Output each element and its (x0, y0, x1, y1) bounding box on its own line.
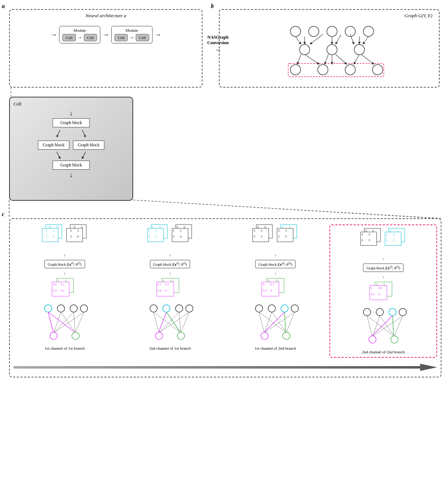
cell-2a: Cell (115, 34, 128, 41)
svg-line-62 (181, 312, 189, 332)
module-2-label: Module (115, 28, 149, 32)
section-b: Graph G(V, E) (219, 9, 440, 88)
svg-point-82 (399, 308, 406, 316)
input-matrix-group-2: 11 11 11 11 0.0 00 (147, 224, 193, 250)
graph-block-left: Graph block (38, 141, 69, 150)
svg-point-37 (45, 305, 52, 312)
node-graph-2 (146, 303, 194, 343)
section-c: 0.0 00 11 11 0.0 00 (9, 218, 441, 377)
graph-block-right: Graph block (73, 141, 104, 150)
svg-line-19 (363, 37, 368, 44)
svg-line-35 (133, 200, 434, 218)
output-arrow: → (155, 31, 161, 39)
progress-arrow (13, 363, 437, 371)
svg-point-79 (363, 308, 371, 316)
output-matrix-4: 0.0 01 00.8 0.2-0 (370, 282, 397, 304)
graph-block-top: Graph block (53, 118, 90, 127)
svg-line-46 (61, 312, 75, 332)
svg-line-30 (82, 130, 86, 137)
svg-point-52 (163, 305, 170, 312)
svg-point-80 (376, 308, 383, 316)
svg-point-39 (70, 305, 77, 312)
svg-point-0 (290, 26, 301, 37)
graph-svg: ... (223, 20, 434, 82)
svg-point-42 (72, 332, 79, 339)
module-2: Module Cell → Cell (111, 26, 152, 43)
svg-line-89 (380, 316, 394, 336)
svg-point-54 (186, 305, 193, 312)
svg-line-47 (74, 312, 75, 332)
svg-line-32 (82, 151, 86, 159)
channel-col-3: 0.0 00 00 00 11 11 (224, 224, 327, 358)
module-1-label: Module (62, 28, 97, 32)
svg-point-41 (50, 332, 57, 339)
channel-label-4: 2nd channel of 2nd branch (362, 350, 405, 354)
channel-col-1: 0.0 00 11 11 0.0 00 (13, 224, 116, 358)
svg-point-9 (318, 65, 328, 75)
arch-diagram: → Module Cell → Cell → Module Cell → Cel… (13, 26, 199, 43)
svg-point-3 (345, 26, 355, 37)
svg-line-90 (394, 316, 403, 336)
svg-line-26 (354, 54, 359, 64)
svg-point-6 (327, 45, 337, 55)
svg-point-4 (363, 26, 374, 37)
svg-line-94 (133, 200, 441, 218)
svg-point-84 (391, 336, 398, 343)
svg-line-59 (160, 312, 189, 332)
section-b-label: b (211, 3, 214, 9)
cell-diagram-title: Cell (13, 101, 129, 107)
graph-block-formula-4: Graph block f(x(l); θ(l)) (363, 264, 403, 272)
node-graph-3 (252, 303, 299, 343)
graph-gve-title: Graph G(V, E) (223, 13, 436, 19)
svg-line-72 (265, 312, 272, 332)
svg-line-75 (272, 312, 286, 332)
svg-point-56 (177, 332, 185, 339)
svg-point-68 (291, 305, 298, 312)
svg-line-16 (336, 34, 341, 44)
svg-line-31 (57, 151, 60, 159)
svg-point-81 (389, 308, 396, 316)
svg-line-20 (296, 37, 301, 44)
svg-point-65 (255, 305, 263, 312)
svg-point-1 (309, 26, 319, 37)
svg-line-61 (179, 312, 181, 332)
svg-point-10 (345, 65, 355, 75)
graph-block-formula-1: Graph block f(x(l); θ(l)) (45, 260, 85, 268)
svg-line-64 (166, 312, 180, 332)
section-a: Neural architecture a → Module Cell → Ce… (9, 9, 202, 88)
svg-point-67 (281, 305, 288, 312)
input-arrow: → (50, 31, 57, 39)
svg-point-53 (175, 305, 183, 312)
module-1: Module Cell → Cell (59, 26, 100, 43)
input-matrix-group-1: 0.0 00 11 11 0.0 00 (42, 224, 88, 250)
svg-line-78 (285, 312, 286, 332)
svg-line-71 (259, 312, 264, 332)
svg-line-43 (54, 312, 61, 332)
svg-line-25 (336, 54, 347, 64)
svg-line-92 (393, 316, 394, 336)
node-graph-1 (41, 303, 88, 343)
channel-col-4: 0.0 00 00 00 11 11 (329, 224, 437, 358)
svg-line-48 (76, 312, 84, 332)
svg-line-23 (325, 54, 328, 64)
channel-col-2: 11 11 11 11 0.0 00 (119, 224, 221, 358)
channel-label-2: 2nd channel of 1st branch (149, 346, 191, 350)
output-matrix-3: 0.0.1 0.20 00.1 0.2-0 (262, 278, 289, 300)
svg-line-21 (297, 54, 301, 64)
svg-point-69 (261, 332, 268, 339)
svg-point-11 (372, 65, 383, 75)
graph-block-formula-3: Graph block f(x(l); θ(l)) (255, 260, 296, 268)
svg-text:...: ... (299, 75, 303, 81)
neural-arch-title: Neural architecture a (13, 13, 199, 19)
svg-line-76 (286, 312, 295, 332)
svg-point-5 (300, 45, 310, 55)
cell-2b: Cell (136, 34, 149, 41)
channel-label-3: 1st channel of 2nd branch (255, 346, 296, 350)
graph-block-formula-2: Graph block f(x(l); θ(l)) (150, 260, 190, 268)
cell-1a: Cell (62, 34, 76, 41)
svg-point-55 (155, 332, 163, 339)
graph-block-row: Graph block Graph block (38, 141, 104, 150)
svg-line-27 (361, 54, 374, 64)
node-graph-4 (360, 307, 407, 347)
svg-line-29 (57, 130, 60, 137)
